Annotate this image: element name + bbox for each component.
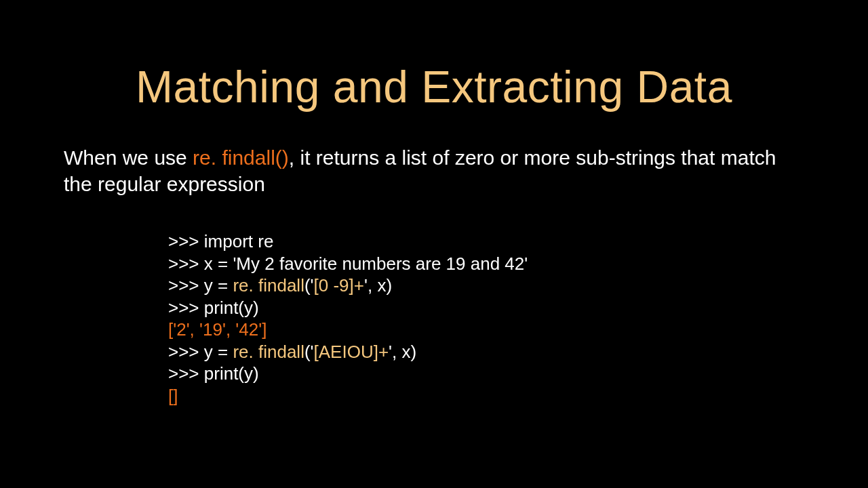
code-line-3: >>> y = re. findall('[0 -9]+', x) [168,274,528,297]
slide: Matching and Extracting Data When we use… [0,0,868,488]
code-line-5: ['2', '19', '42'] [168,319,528,341]
code-line-7: >>> print(y) [168,363,528,385]
code-l6-pattern: [AEIOU]+ [314,342,389,362]
slide-title: Matching and Extracting Data [0,61,868,113]
code-l6-plain2: (' [304,342,314,362]
code-l3-plain1: >>> y = [168,275,233,296]
body-text-1: When we use [64,146,193,169]
body-paragraph: When we use re. findall(), it returns a … [64,144,804,197]
code-l6-func: re. findall [233,342,304,362]
code-l3-plain2: (' [304,275,314,296]
code-l6-plain1: >>> y = [168,342,233,362]
code-l3-plain3: ', x) [364,275,392,296]
code-l3-pattern: [0 -9]+ [314,275,364,296]
code-line-6: >>> y = re. findall('[AEIOU]+', x) [168,341,528,363]
code-line-1: >>> import re [168,230,528,253]
code-l6-plain3: ', x) [389,342,416,362]
code-l3-func: re. findall [233,275,304,296]
code-line-2: >>> x = 'My 2 favorite numbers are 19 an… [168,253,528,275]
body-highlight: re. findall() [193,146,289,169]
code-line-4: >>> print(y) [168,297,528,319]
code-block: >>> import re >>> x = 'My 2 favorite num… [168,230,528,407]
code-line-8: [] [168,385,528,407]
